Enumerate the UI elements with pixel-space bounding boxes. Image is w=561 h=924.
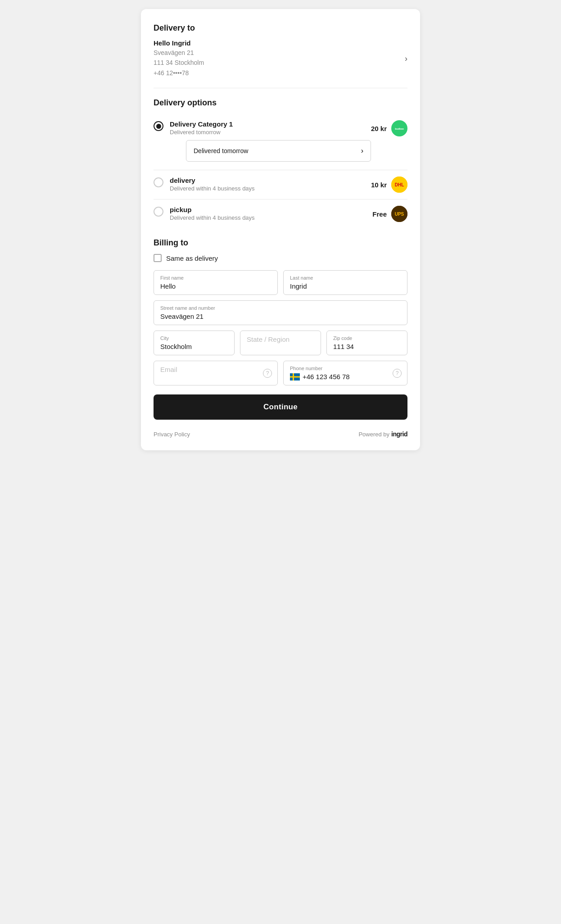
last-name-label: Last name [290, 275, 401, 281]
phone-number-value: +46 123 456 78 [303, 373, 350, 380]
name-row: First name Hello Last name Ingrid [154, 270, 407, 295]
svg-rect-8 [290, 376, 300, 377]
billing-title: Billing to [154, 238, 407, 248]
city-value: Stockholm [160, 343, 228, 350]
delivery-name: Hello Ingrid [154, 39, 204, 47]
option-cat1-details: Delivery Category 1 Delivered tomorrow D… [170, 120, 371, 163]
option-dhl-subtitle: Delivered within 4 business days [170, 185, 371, 192]
city-state-zip-row: City Stockholm State / Region Zip code 1… [154, 331, 407, 355]
phone-help-icon[interactable]: ? [393, 369, 402, 378]
ingrid-brand-name: ingrid [391, 430, 407, 438]
footer: Privacy Policy Powered by ingrid [154, 429, 407, 438]
state-field[interactable]: State / Region [240, 331, 321, 355]
delivery-address-info: Hello Ingrid Sveavägen 21 111 34 Stockho… [154, 39, 204, 78]
option-cat1-right: 20 kr budbee [371, 120, 407, 136]
svg-text:budbee: budbee [395, 127, 404, 130]
powered-by-label: Powered by [358, 431, 389, 438]
delivery-to-section: Delivery to Hello Ingrid Sveavägen 21 11… [154, 23, 407, 88]
last-name-value: Ingrid [290, 282, 401, 290]
phone-field[interactable]: Phone number +46 123 456 78 ? [283, 361, 407, 385]
option-cat1-name: Delivery Category 1 [170, 120, 371, 128]
svg-text:DHL: DHL [395, 182, 404, 187]
radio-ups[interactable] [154, 207, 163, 217]
phone-value-row: +46 123 456 78 [290, 373, 401, 380]
delivery-options-section: Delivery options Delivery Category 1 Del… [154, 88, 407, 228]
delivery-option-ups[interactable]: pickup Delivered within 4 business days … [154, 199, 407, 228]
zip-field[interactable]: Zip code 111 34 [326, 331, 407, 355]
last-name-field[interactable]: Last name Ingrid [283, 270, 407, 295]
delivery-options-title: Delivery options [154, 98, 407, 108]
delivery-address-row[interactable]: Hello Ingrid Sveavägen 21 111 34 Stockho… [154, 39, 407, 88]
radio-cat1[interactable] [154, 121, 163, 131]
phone-label: Phone number [290, 366, 401, 371]
option-ups-details: pickup Delivered within 4 business days [170, 206, 372, 221]
email-phone-row: Email ? Phone number +46 123 456 78 ? [154, 361, 407, 385]
option-cat1-price: 20 kr [371, 125, 387, 132]
street-label: Street name and number [160, 305, 401, 311]
delivery-street: Sveavägen 21 [154, 48, 204, 58]
svg-text:UPS: UPS [395, 212, 404, 217]
email-field[interactable]: Email ? [154, 361, 278, 385]
same-as-delivery-checkbox[interactable] [154, 254, 162, 262]
delivery-to-title: Delivery to [154, 23, 407, 33]
option-cat1-subtitle: Delivered tomorrow [170, 129, 371, 136]
zip-value: 111 34 [333, 343, 401, 350]
option-dhl-right: 10 kr DHL [371, 177, 407, 193]
radio-dhl[interactable] [154, 177, 163, 187]
option-ups-right: Free UPS [372, 206, 407, 222]
street-field[interactable]: Street name and number Sveavägen 21 [154, 300, 407, 325]
delivery-option-dhl[interactable]: delivery Delivered within 4 business day… [154, 170, 407, 199]
street-value: Sveavägen 21 [160, 313, 401, 320]
option-dhl-name: delivery [170, 177, 371, 184]
privacy-policy-link[interactable]: Privacy Policy [154, 431, 190, 438]
delivery-address-chevron-icon[interactable]: › [405, 54, 407, 63]
first-name-value: Hello [160, 282, 271, 290]
same-as-delivery-row[interactable]: Same as delivery [154, 254, 407, 262]
street-row: Street name and number Sveavägen 21 [154, 300, 407, 325]
delivery-phone-masked: +46 12••••78 [154, 68, 204, 78]
sub-option-box[interactable]: Delivered tomorrow › [186, 140, 371, 162]
sub-option-text: Delivered tomorrow [194, 147, 248, 154]
first-name-field[interactable]: First name Hello [154, 270, 278, 295]
carrier-ups-badge: UPS [391, 206, 407, 222]
delivery-postal: 111 34 Stockholm [154, 58, 204, 68]
state-placeholder: State / Region [247, 335, 314, 343]
continue-button[interactable]: Continue [154, 394, 407, 420]
city-field[interactable]: City Stockholm [154, 331, 235, 355]
city-label: City [160, 335, 228, 341]
same-as-delivery-label: Same as delivery [166, 254, 218, 262]
sweden-flag-icon [290, 373, 300, 380]
carrier-budbee-badge: budbee [391, 120, 407, 136]
option-ups-subtitle: Delivered within 4 business days [170, 214, 372, 221]
powered-by-section: Powered by ingrid [358, 430, 407, 438]
main-card: Delivery to Hello Ingrid Sveavägen 21 11… [141, 9, 420, 450]
zip-label: Zip code [333, 335, 401, 341]
option-ups-name: pickup [170, 206, 372, 213]
billing-section: Billing to Same as delivery First name H… [154, 228, 407, 438]
email-placeholder: Email [160, 366, 271, 373]
sub-option-chevron-icon: › [361, 147, 363, 155]
delivery-option-cat1[interactable]: Delivery Category 1 Delivered tomorrow D… [154, 114, 407, 170]
option-dhl-price: 10 kr [371, 181, 387, 189]
option-ups-price: Free [372, 210, 387, 218]
carrier-dhl-badge: DHL [391, 177, 407, 193]
email-help-icon[interactable]: ? [263, 369, 272, 378]
option-dhl-details: delivery Delivered within 4 business day… [170, 177, 371, 192]
first-name-label: First name [160, 275, 271, 281]
